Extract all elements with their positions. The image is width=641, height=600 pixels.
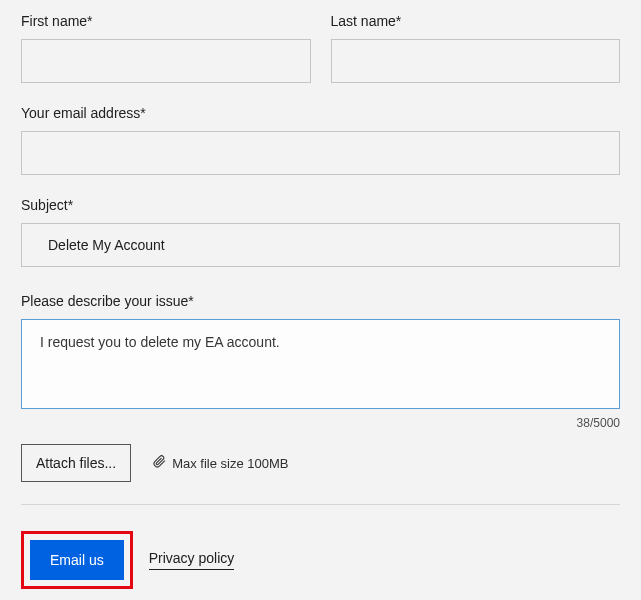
paperclip-icon <box>153 455 166 471</box>
email-input[interactable] <box>21 131 620 175</box>
subject-input[interactable] <box>21 223 620 267</box>
last-name-label: Last name* <box>331 13 621 29</box>
description-textarea[interactable] <box>21 319 620 409</box>
highlight-frame: Email us <box>21 531 133 589</box>
privacy-policy-link[interactable]: Privacy policy <box>149 550 235 570</box>
divider <box>21 504 620 505</box>
last-name-input[interactable] <box>331 39 621 83</box>
subject-label: Subject* <box>21 197 620 213</box>
first-name-label: First name* <box>21 13 311 29</box>
description-label: Please describe your issue* <box>21 293 620 309</box>
email-label: Your email address* <box>21 105 620 121</box>
first-name-input[interactable] <box>21 39 311 83</box>
email-us-button[interactable]: Email us <box>30 540 124 580</box>
attach-files-button[interactable]: Attach files... <box>21 444 131 482</box>
char-counter: 38/5000 <box>21 416 620 430</box>
max-file-note: Max file size 100MB <box>172 456 288 471</box>
